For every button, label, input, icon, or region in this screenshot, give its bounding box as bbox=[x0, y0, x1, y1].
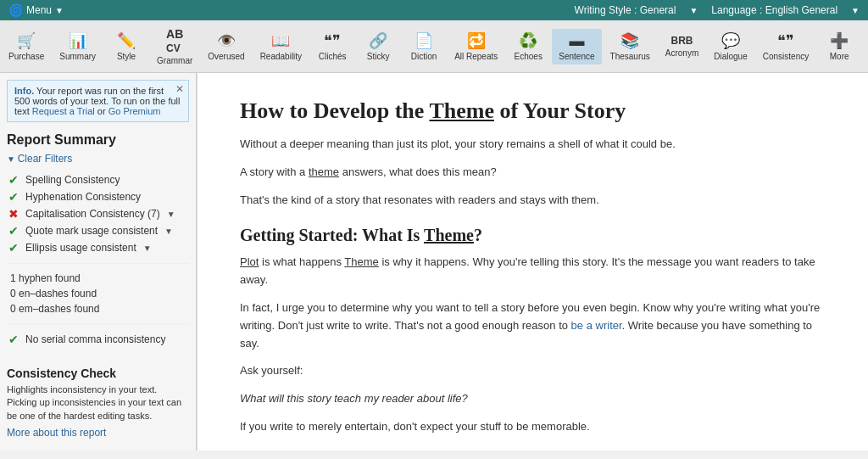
check-label: Quote mark usage consistent bbox=[25, 225, 158, 237]
main-layout: ✕ Info. Your report was run on the first… bbox=[0, 73, 868, 451]
toolbar: 🛒 Purchase 📊 Summary ✏️ Style ABCV Gramm… bbox=[0, 20, 868, 73]
content-paragraph3: Plot is what happens Theme is why it hap… bbox=[240, 254, 826, 289]
toolbar-item-summary[interactable]: 📊 Summary bbox=[53, 28, 103, 64]
diction-icon: 📄 bbox=[415, 31, 433, 50]
sidebar: ✕ Info. Your report was run on the first… bbox=[0, 73, 197, 451]
theme-underline-3: Theme bbox=[344, 255, 378, 268]
toolbar-label-more: More bbox=[830, 52, 849, 61]
plot-underline: Plot bbox=[240, 255, 259, 268]
toolbar-item-more[interactable]: ➕ More bbox=[817, 28, 861, 64]
top-bar-left: 🌀 Menu ▼ bbox=[8, 3, 64, 17]
clear-filters-link[interactable]: Clear Filters bbox=[7, 153, 189, 165]
toolbar-label-sticky: Sticky bbox=[367, 52, 390, 61]
expand-icon: ▼ bbox=[167, 210, 175, 219]
toolbar-item-thesaurus[interactable]: 📚 Thesaurus bbox=[604, 28, 657, 64]
more-icon: ➕ bbox=[830, 31, 849, 50]
more-about-report-link[interactable]: More about this report bbox=[7, 427, 106, 439]
info-text-or: or bbox=[97, 106, 108, 116]
check-label: Spelling Consistency bbox=[25, 174, 120, 186]
toolbar-item-sticky[interactable]: 🔗 Sticky bbox=[356, 28, 400, 64]
toolbar-item-purchase[interactable]: 🛒 Purchase bbox=[2, 28, 51, 64]
expand-icon: ▼ bbox=[143, 243, 152, 253]
check-pass-icon: ✔ bbox=[7, 190, 20, 204]
style-icon: ✏️ bbox=[117, 31, 136, 50]
toolbar-item-readability[interactable]: 📖 Readability bbox=[253, 28, 309, 64]
consistency-description: Highlights inconsistency in your text. P… bbox=[7, 383, 189, 423]
toolbar-item-all-repeats[interactable]: 🔁 All Repeats bbox=[448, 28, 504, 64]
sticky-icon: 🔗 bbox=[369, 31, 387, 50]
theme-underline-1: theme bbox=[309, 165, 339, 178]
check-quote-mark-usage[interactable]: ✔ Quote mark usage consistent ▼ bbox=[7, 222, 189, 239]
title-suffix: of Your Story bbox=[494, 98, 626, 123]
expand-icon: ▼ bbox=[164, 227, 173, 236]
toolbar-item-consistency[interactable]: ❝❞ Consistency bbox=[756, 28, 815, 64]
consistency-check-heading: Consistency Check bbox=[7, 367, 189, 380]
request-trial-link[interactable]: Request a Trial bbox=[32, 106, 95, 116]
toolbar-label-echoes: Echoes bbox=[515, 52, 542, 61]
content-title: How to Develop the Theme of Your Story bbox=[240, 98, 826, 124]
check-spelling-consistency[interactable]: ✔ Spelling Consistency bbox=[7, 171, 189, 188]
italic-text: What will this story teach my reader abo… bbox=[240, 392, 468, 405]
top-bar: 🌀 Menu ▼ Writing Style : General ▼ Langu… bbox=[0, 0, 868, 20]
toolbar-label-readability: Readability bbox=[260, 52, 302, 61]
check-hyphenation-consistency[interactable]: ✔ Hyphenation Consistency bbox=[7, 188, 189, 205]
check-ellipsis-usage[interactable]: ✔ Ellipsis usage consistent ▼ bbox=[7, 239, 189, 256]
toolbar-item-grammar[interactable]: ABCV Grammar bbox=[150, 24, 199, 69]
content-paragraph5: Ask yourself: bbox=[240, 362, 826, 380]
grammar-icon: ABCV bbox=[166, 27, 183, 54]
toolbar-item-cliches[interactable]: ❝❞ Clichés bbox=[310, 28, 354, 64]
check-label: Ellipsis usage consistent bbox=[25, 242, 136, 254]
toolbar-item-style[interactable]: ✏️ Style bbox=[104, 28, 148, 64]
toolbar-label-diction: Diction bbox=[411, 52, 437, 61]
toolbar-label-acronym: Acronym bbox=[665, 48, 698, 58]
info-box: ✕ Info. Your report was run on the first… bbox=[7, 80, 189, 122]
toolbar-label-all-repeats: All Repeats bbox=[454, 52, 498, 61]
toolbar-item-echoes[interactable]: ♻️ Echoes bbox=[506, 28, 550, 64]
go-premium-link[interactable]: Go Premium bbox=[108, 106, 161, 116]
consistency-icon: ❝❞ bbox=[777, 31, 794, 50]
be-a-writer-link[interactable]: be a writer bbox=[571, 319, 622, 332]
info-box-close-button[interactable]: ✕ bbox=[175, 83, 184, 95]
content-paragraph2: That's the kind of a story that resonate… bbox=[240, 192, 826, 210]
content-paragraph6: If you write to merely entertain, don't … bbox=[240, 418, 826, 436]
toolbar-item-acronym[interactable]: BRB Acronym bbox=[659, 31, 705, 61]
language-label[interactable]: Language : English General bbox=[711, 4, 837, 16]
toolbar-item-diction[interactable]: 📄 Diction bbox=[402, 28, 446, 64]
echoes-icon: ♻️ bbox=[519, 31, 537, 50]
report-summary-heading: Report Summary bbox=[7, 132, 189, 148]
check-pass-icon: ✔ bbox=[7, 241, 20, 255]
overused-icon: 👁️ bbox=[217, 31, 236, 50]
divider bbox=[7, 323, 189, 324]
content-paragraph1: A story with a theme answers, what does … bbox=[240, 164, 826, 182]
check-label: No serial comma inconsistency bbox=[25, 333, 165, 345]
menu-label[interactable]: Menu bbox=[26, 4, 52, 16]
check-serial-comma[interactable]: ✔ No serial comma inconsistency bbox=[7, 331, 189, 348]
toolbar-label-consistency: Consistency bbox=[763, 52, 809, 61]
toolbar-item-sentence[interactable]: ▬ Sentence bbox=[552, 29, 601, 64]
content-subtitle: Without a deeper meaning than just its p… bbox=[240, 136, 826, 154]
writing-style-label[interactable]: Writing Style : General bbox=[575, 4, 676, 16]
toolbar-label-cliches: Clichés bbox=[319, 52, 347, 61]
theme-underline-2: Theme bbox=[424, 226, 474, 244]
check-label: Capitalisation Consistency (7) bbox=[25, 208, 160, 220]
stat-en-dash: 0 en–dashes found bbox=[7, 286, 189, 301]
toolbar-item-dialogue[interactable]: 💬 Dialogue bbox=[707, 28, 754, 64]
content-area: How to Develop the Theme of Your Story W… bbox=[197, 73, 868, 451]
toolbar-item-overused[interactable]: 👁️ Overused bbox=[201, 28, 251, 64]
writing-style-chevron-icon: ▼ bbox=[689, 6, 698, 15]
check-fail-icon: ✖ bbox=[7, 207, 20, 221]
title-prefix: How to Develop the bbox=[240, 98, 429, 123]
menu-chevron-icon: ▼ bbox=[55, 6, 64, 15]
check-label: Hyphenation Consistency bbox=[25, 191, 141, 203]
report-summary-section: Report Summary Clear Filters ✔ Spelling … bbox=[0, 129, 196, 355]
check-capitalisation-consistency[interactable]: ✖ Capitalisation Consistency (7) ▼ bbox=[7, 205, 189, 222]
sentence-icon: ▬ bbox=[569, 32, 584, 50]
language-chevron-icon: ▼ bbox=[851, 6, 860, 15]
toolbar-label-overused: Overused bbox=[208, 52, 244, 61]
check-pass-icon: ✔ bbox=[7, 173, 20, 187]
consistency-check-section: Consistency Check Highlights inconsisten… bbox=[0, 355, 196, 445]
summary-icon: 📊 bbox=[69, 31, 87, 50]
acronym-icon: BRB bbox=[671, 35, 693, 47]
toolbar-label-sentence: Sentence bbox=[559, 52, 594, 61]
divider bbox=[7, 263, 189, 264]
